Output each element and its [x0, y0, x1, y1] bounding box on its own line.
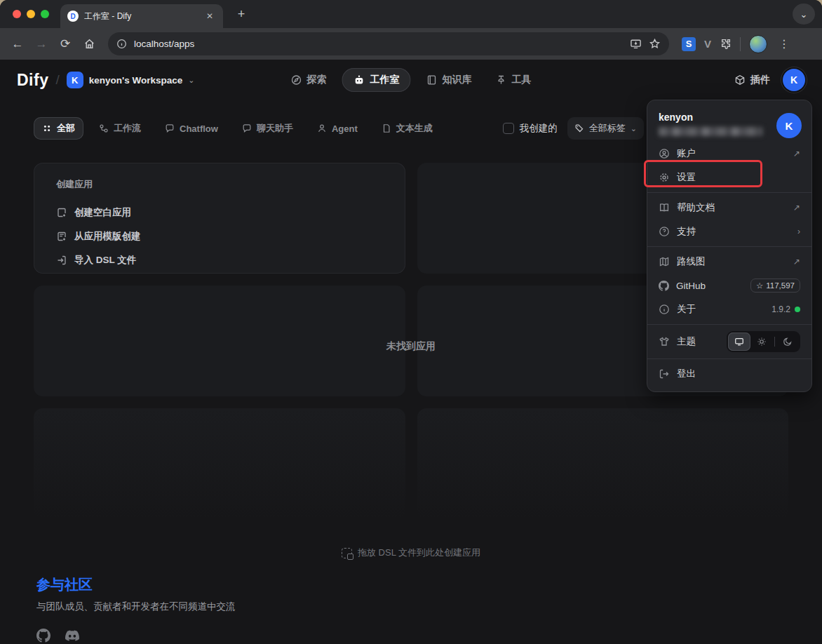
- close-window-button[interactable]: [13, 10, 21, 18]
- info-circle-icon: [659, 304, 670, 315]
- zoom-window-button[interactable]: [41, 10, 49, 18]
- filter-tab-text-gen[interactable]: 文本生成: [373, 117, 441, 140]
- map-icon: [659, 256, 670, 267]
- reload-icon[interactable]: ⟳: [55, 34, 76, 55]
- checkbox[interactable]: [503, 123, 514, 134]
- address-bar[interactable]: localhost/apps: [108, 32, 669, 55]
- nav-knowledge[interactable]: 知识库: [418, 68, 480, 92]
- extension-vue-icon[interactable]: V: [704, 38, 711, 50]
- version-text: 1.9.2: [772, 304, 790, 314]
- breadcrumb-separator: /: [55, 72, 59, 88]
- menu-item-about[interactable]: 关于 1.9.2: [647, 297, 811, 321]
- install-app-icon[interactable]: [630, 38, 642, 50]
- discord-icon[interactable]: [65, 629, 80, 643]
- menu-divider: [647, 192, 811, 193]
- menu-label: 路线图: [677, 255, 706, 268]
- nav-label: 工具: [512, 74, 532, 86]
- nav-studio[interactable]: 工作室: [342, 68, 411, 92]
- dify-logo[interactable]: Dify: [17, 71, 48, 90]
- dsl-drop-text: 拖放 DSL 文件到此处创建应用: [358, 546, 480, 559]
- plugins-button[interactable]: 插件: [734, 74, 770, 86]
- tab-search-button[interactable]: ⌄: [793, 4, 815, 25]
- filter-tab-chat-assistant[interactable]: 聊天助手: [234, 117, 302, 140]
- filter-tab-chatflow[interactable]: Chatflow: [156, 119, 227, 139]
- community-section: 参与社区 与团队成员、贡献者和开发者在不同频道中交流: [36, 575, 236, 643]
- toolbar-divider: [740, 37, 741, 51]
- menu-label: 账户: [677, 147, 696, 160]
- filter-label: Chatflow: [180, 123, 218, 134]
- book-icon: [426, 74, 438, 86]
- menu-item-help-docs[interactable]: 帮助文档 ↗: [647, 196, 811, 220]
- browser-tab[interactable]: D 工作室 - Dify ✕: [60, 4, 223, 28]
- filter-label: 文本生成: [396, 122, 433, 135]
- hammer-icon: [496, 74, 507, 86]
- create-app-title: 创建应用: [56, 178, 383, 191]
- menu-user-info: kenyon K: [647, 105, 811, 142]
- chrome-profile-avatar[interactable]: [749, 35, 767, 53]
- url-text[interactable]: localhost/apps: [134, 39, 623, 49]
- minimize-window-button[interactable]: [27, 10, 35, 18]
- theme-light-button[interactable]: [750, 333, 773, 351]
- created-by-me-filter[interactable]: 我创建的: [503, 122, 558, 135]
- theme-dark-button[interactable]: [776, 333, 799, 351]
- nav-label: 探索: [307, 74, 327, 86]
- chevron-down-icon: ⌄: [631, 124, 637, 133]
- menu-item-github[interactable]: GitHub ☆ 117,597: [647, 274, 811, 297]
- chat-bubble-icon: [242, 123, 252, 133]
- filter-label: 聊天助手: [257, 122, 293, 135]
- create-from-template[interactable]: 从应用模版创建: [56, 224, 383, 248]
- github-icon[interactable]: [36, 629, 50, 643]
- question-circle-icon: [659, 226, 670, 237]
- plugins-label: 插件: [750, 74, 770, 86]
- theme-system-button[interactable]: [728, 333, 750, 351]
- menu-item-logout[interactable]: 登出: [647, 362, 811, 386]
- forward-icon[interactable]: →: [31, 34, 52, 55]
- filter-tab-workflow[interactable]: 工作流: [90, 117, 149, 140]
- create-app-card: 创建应用 创建空白应用 从应用模版创建: [34, 163, 405, 274]
- all-tags-dropdown[interactable]: 全部标签 ⌄: [567, 117, 644, 140]
- tab-close-icon[interactable]: ✕: [203, 10, 216, 22]
- filter-label: Agent: [332, 123, 358, 134]
- create-blank-app[interactable]: 创建空白应用: [56, 201, 383, 224]
- open-book-icon: [659, 202, 670, 213]
- main-nav: 探索 工作室 知识库: [283, 60, 540, 100]
- user-dropdown-menu: kenyon K 账户 ↗ 设置: [647, 100, 812, 392]
- nav-tools[interactable]: 工具: [487, 68, 540, 92]
- star-icon: ☆: [756, 281, 763, 290]
- menu-label: 帮助文档: [677, 201, 715, 214]
- site-info-icon[interactable]: [116, 39, 127, 49]
- home-icon[interactable]: [79, 34, 100, 55]
- new-tab-button[interactable]: +: [231, 4, 251, 24]
- browser-window: D 工作室 - Dify ✕ + ⌄ ← → ⟳ localhost/apps: [0, 0, 822, 644]
- chevron-right-icon: ›: [797, 227, 800, 236]
- extensions-puzzle-icon[interactable]: [720, 38, 732, 50]
- menu-label: 主题: [677, 335, 696, 348]
- app-header: Dify / K kenyon's Workspace ⌄ 探索: [0, 60, 822, 100]
- extension-s-icon[interactable]: S: [682, 37, 696, 51]
- filter-tab-all[interactable]: 全部: [34, 117, 83, 140]
- settings-highlight-annotation: [644, 160, 762, 187]
- menu-label: 登出: [677, 368, 696, 380]
- github-stars-badge: ☆ 117,597: [750, 279, 800, 293]
- menu-avatar: K: [776, 113, 802, 138]
- import-dsl-file[interactable]: 导入 DSL 文件: [56, 248, 383, 272]
- menu-item-roadmap[interactable]: 路线图 ↗: [647, 250, 811, 274]
- create-blank-label: 创建空白应用: [74, 206, 131, 219]
- chrome-menu-icon[interactable]: ⋮: [776, 37, 793, 51]
- community-title[interactable]: 参与社区: [36, 575, 236, 594]
- tshirt-icon: [659, 336, 670, 347]
- back-icon[interactable]: ←: [7, 34, 28, 55]
- nav-explore[interactable]: 探索: [283, 68, 335, 92]
- bookmark-star-icon[interactable]: [649, 38, 661, 50]
- import-icon: [56, 255, 67, 266]
- filter-tab-agent[interactable]: Agent: [309, 119, 366, 139]
- explore-icon: [291, 74, 302, 86]
- update-status-dot: [795, 307, 800, 312]
- workspace-selector[interactable]: K kenyon's Workspace ⌄: [67, 72, 195, 88]
- menu-divider: [647, 358, 811, 359]
- tag-icon: [574, 123, 584, 133]
- workspace-avatar: K: [67, 72, 83, 88]
- menu-item-support[interactable]: 支持 ›: [647, 220, 811, 243]
- workspace-name: kenyon's Workspace: [89, 75, 183, 86]
- user-avatar[interactable]: K: [783, 69, 805, 91]
